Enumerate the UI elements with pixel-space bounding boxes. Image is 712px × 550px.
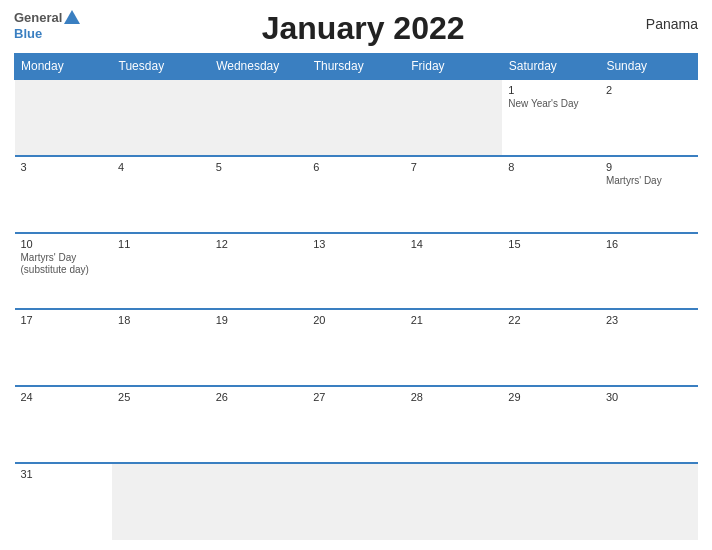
calendar-cell-week1-day3 <box>210 79 308 156</box>
calendar-cell-week4-day2: 18 <box>112 309 210 386</box>
month-year-heading: January 2022 <box>80 10 645 47</box>
calendar-cell-week3-day4: 13 <box>307 233 405 310</box>
calendar-cell-week2-day6: 8 <box>502 156 600 233</box>
calendar-cell-week3-day1: 10Martyrs' Day (substitute day) <box>15 233 113 310</box>
calendar-cell-week2-day7: 9Martyrs' Day <box>600 156 698 233</box>
weekday-header-wednesday: Wednesday <box>210 54 308 80</box>
weekday-header-friday: Friday <box>405 54 503 80</box>
week-row-4: 17181920212223 <box>15 309 698 386</box>
day-number: 27 <box>313 391 399 403</box>
calendar-cell-week2-day1: 3 <box>15 156 113 233</box>
calendar-cell-week1-day7: 2 <box>600 79 698 156</box>
week-row-5: 24252627282930 <box>15 386 698 463</box>
weekday-header-tuesday: Tuesday <box>112 54 210 80</box>
weekday-header-monday: Monday <box>15 54 113 80</box>
day-number: 14 <box>411 238 497 250</box>
day-number: 20 <box>313 314 399 326</box>
calendar-cell-week5-day6: 29 <box>502 386 600 463</box>
calendar-cell-week2-day3: 5 <box>210 156 308 233</box>
holiday-name: New Year's Day <box>508 98 594 110</box>
calendar-cell-week4-day4: 20 <box>307 309 405 386</box>
day-number: 7 <box>411 161 497 173</box>
calendar-cell-week6-day4 <box>307 463 405 540</box>
week-row-2: 3456789Martyrs' Day <box>15 156 698 233</box>
calendar-cell-week6-day7 <box>600 463 698 540</box>
calendar-cell-week5-day1: 24 <box>15 386 113 463</box>
logo-triangle-icon <box>64 10 80 24</box>
calendar-cell-week4-day5: 21 <box>405 309 503 386</box>
weekday-header-sunday: Sunday <box>600 54 698 80</box>
calendar-table: MondayTuesdayWednesdayThursdayFridaySatu… <box>14 53 698 540</box>
day-number: 8 <box>508 161 594 173</box>
day-number: 10 <box>21 238 107 250</box>
day-number: 6 <box>313 161 399 173</box>
day-number: 23 <box>606 314 692 326</box>
calendar-cell-week1-day1 <box>15 79 113 156</box>
day-number: 25 <box>118 391 204 403</box>
logo: General Blue <box>14 10 80 41</box>
calendar-cell-week5-day4: 27 <box>307 386 405 463</box>
calendar-cell-week6-day1: 31 <box>15 463 113 540</box>
logo-blue-text: Blue <box>14 26 80 42</box>
day-number: 1 <box>508 84 594 96</box>
day-number: 21 <box>411 314 497 326</box>
calendar-header: General Blue January 2022 Panama <box>14 10 698 47</box>
day-number: 30 <box>606 391 692 403</box>
calendar-cell-week3-day6: 15 <box>502 233 600 310</box>
day-number: 12 <box>216 238 302 250</box>
day-number: 18 <box>118 314 204 326</box>
calendar-title: January 2022 <box>80 10 645 47</box>
calendar-cell-week3-day2: 11 <box>112 233 210 310</box>
calendar-cell-week4-day1: 17 <box>15 309 113 386</box>
day-number: 22 <box>508 314 594 326</box>
day-number: 4 <box>118 161 204 173</box>
day-number: 3 <box>21 161 107 173</box>
week-row-3: 10Martyrs' Day (substitute day)111213141… <box>15 233 698 310</box>
week-row-6: 31 <box>15 463 698 540</box>
calendar-cell-week6-day3 <box>210 463 308 540</box>
weekday-header-saturday: Saturday <box>502 54 600 80</box>
day-number: 16 <box>606 238 692 250</box>
day-number: 15 <box>508 238 594 250</box>
calendar-cell-week4-day3: 19 <box>210 309 308 386</box>
calendar-cell-week5-day5: 28 <box>405 386 503 463</box>
calendar-cell-week2-day5: 7 <box>405 156 503 233</box>
day-number: 11 <box>118 238 204 250</box>
calendar-cell-week3-day3: 12 <box>210 233 308 310</box>
day-number: 24 <box>21 391 107 403</box>
day-number: 26 <box>216 391 302 403</box>
country-label: Panama <box>646 10 698 32</box>
logo-general-text: General <box>14 10 62 26</box>
day-number: 29 <box>508 391 594 403</box>
holiday-name: Martyrs' Day <box>606 175 692 187</box>
calendar-cell-week3-day7: 16 <box>600 233 698 310</box>
day-number: 2 <box>606 84 692 96</box>
day-number: 28 <box>411 391 497 403</box>
calendar-cell-week1-day2 <box>112 79 210 156</box>
calendar-cell-week4-day6: 22 <box>502 309 600 386</box>
calendar-cell-week1-day4 <box>307 79 405 156</box>
calendar-cell-week6-day6 <box>502 463 600 540</box>
day-number: 19 <box>216 314 302 326</box>
weekday-header-row: MondayTuesdayWednesdayThursdayFridaySatu… <box>15 54 698 80</box>
calendar-cell-week6-day2 <box>112 463 210 540</box>
day-number: 13 <box>313 238 399 250</box>
calendar-cell-week4-day7: 23 <box>600 309 698 386</box>
calendar-cell-week2-day4: 6 <box>307 156 405 233</box>
calendar-cell-week5-day2: 25 <box>112 386 210 463</box>
day-number: 31 <box>21 468 107 480</box>
holiday-name: Martyrs' Day (substitute day) <box>21 252 107 276</box>
calendar-cell-week1-day5 <box>405 79 503 156</box>
day-number: 5 <box>216 161 302 173</box>
week-row-1: 1New Year's Day2 <box>15 79 698 156</box>
calendar-cell-week5-day3: 26 <box>210 386 308 463</box>
calendar-cell-week6-day5 <box>405 463 503 540</box>
weekday-header-thursday: Thursday <box>307 54 405 80</box>
calendar-cell-week2-day2: 4 <box>112 156 210 233</box>
day-number: 17 <box>21 314 107 326</box>
calendar-cell-week1-day6: 1New Year's Day <box>502 79 600 156</box>
day-number: 9 <box>606 161 692 173</box>
calendar-cell-week5-day7: 30 <box>600 386 698 463</box>
calendar-cell-week3-day5: 14 <box>405 233 503 310</box>
